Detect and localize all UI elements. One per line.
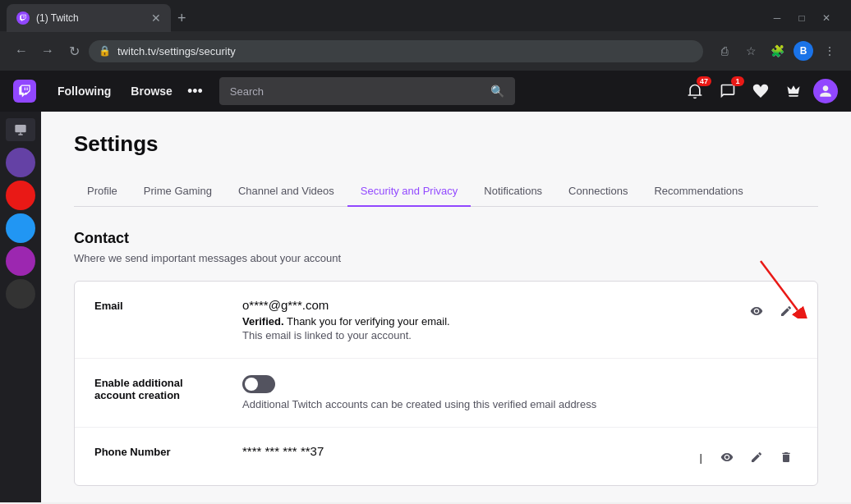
profile-button[interactable]: B: [792, 39, 815, 62]
crown-button[interactable]: [780, 78, 807, 104]
tab-profile[interactable]: Profile: [74, 176, 131, 207]
bookmark-button[interactable]: ☆: [739, 39, 762, 62]
phone-show-button[interactable]: [715, 446, 738, 469]
tab-notifications[interactable]: Notifications: [471, 176, 555, 207]
email-edit-button[interactable]: [775, 300, 798, 323]
refresh-button[interactable]: ↻: [62, 39, 85, 62]
header-right: 47 1: [682, 78, 838, 104]
phone-actions: |: [700, 444, 798, 469]
enable-creation-content: Additional Twitch accounts can be create…: [242, 375, 798, 410]
window-close-button[interactable]: ✕: [815, 7, 838, 30]
address-bar[interactable]: 🔒 twitch.tv/settings/security: [89, 40, 703, 62]
notifications-badge: 47: [697, 76, 711, 86]
phone-value: **** *** *** **37: [242, 444, 700, 458]
profile-avatar: B: [794, 41, 813, 61]
twitch-logo-icon: [13, 80, 36, 103]
email-verified-text: Verified. Thank you for verifying your e…: [242, 315, 745, 328]
sidebar-avatar-5[interactable]: [6, 279, 35, 309]
email-linked-text: This email is linked to your account.: [242, 329, 745, 341]
twitch-header: Following Browse ••• 🔍 47 1: [0, 71, 851, 112]
twitch-body: Settings Profile Prime Gaming Channel an…: [0, 112, 851, 502]
main-content: Settings Profile Prime Gaming Channel an…: [41, 112, 851, 502]
email-row: Email o****@g***.com Verified. Thank you…: [75, 282, 817, 359]
more-button[interactable]: •••: [184, 80, 206, 103]
twitch-logo[interactable]: [13, 80, 36, 103]
tab-close-button[interactable]: ✕: [151, 11, 161, 25]
sidebar-avatar-2[interactable]: [6, 181, 35, 210]
browser-chrome: (1) Twitch ✕ + ─ □ ✕ ← → ↻ 🔒 twitch.tv/s…: [0, 0, 851, 71]
header-nav: Following Browse •••: [49, 80, 206, 103]
page-title: Settings: [74, 131, 818, 157]
phone-edit-button[interactable]: [745, 446, 768, 469]
share-button[interactable]: ⎙: [713, 39, 736, 62]
search-bar[interactable]: 🔍: [219, 77, 515, 105]
twitch-app: Following Browse ••• 🔍 47 1: [0, 71, 851, 502]
sidebar: [0, 112, 41, 502]
enable-creation-label: Enable additional account creation: [94, 375, 242, 401]
new-tab-button[interactable]: +: [177, 10, 186, 27]
notifications-button[interactable]: 47: [682, 78, 708, 104]
tab-channel-videos[interactable]: Channel and Videos: [225, 176, 347, 207]
email-label: Email: [94, 298, 242, 312]
back-button[interactable]: ←: [10, 39, 33, 62]
forward-button[interactable]: →: [36, 39, 59, 62]
email-value: o****@g***.com: [242, 298, 745, 312]
contact-card: Email o****@g***.com Verified. Thank you…: [74, 281, 818, 486]
tab-security-privacy[interactable]: Security and Privacy: [347, 176, 472, 207]
search-input[interactable]: [230, 85, 490, 98]
tab-connections[interactable]: Connections: [555, 176, 641, 207]
inbox-badge: 1: [731, 76, 744, 86]
phone-delete-button[interactable]: [775, 446, 798, 469]
following-link[interactable]: Following: [49, 80, 119, 103]
contact-section-desc: Where we send important messages about y…: [74, 252, 818, 264]
browser-toolbar: ← → ↻ 🔒 twitch.tv/settings/security ⎙ ☆ …: [0, 31, 851, 71]
browser-tab[interactable]: (1) Twitch ✕: [7, 4, 171, 32]
phone-row: Phone Number **** *** *** **37 |: [75, 428, 817, 485]
sidebar-avatar-4[interactable]: [6, 246, 35, 276]
svg-rect-0: [15, 125, 25, 132]
search-button[interactable]: 🔍: [490, 85, 504, 98]
browse-link[interactable]: Browse: [122, 80, 181, 103]
address-text: twitch.tv/settings/security: [117, 45, 693, 57]
window-minimize-button[interactable]: ─: [766, 7, 789, 30]
enable-creation-toggle[interactable]: [242, 375, 275, 393]
email-actions: [745, 298, 798, 323]
tab-favicon: [16, 11, 30, 25]
cursor-position: |: [700, 451, 702, 464]
sidebar-live-icon[interactable]: [6, 118, 35, 141]
phone-content: **** *** *** **37: [242, 444, 700, 461]
phone-label: Phone Number: [94, 444, 242, 458]
user-avatar[interactable]: [813, 79, 838, 103]
tab-recommendations[interactable]: Recommendations: [641, 176, 756, 207]
contact-section-title: Contact: [74, 230, 818, 247]
menu-button[interactable]: ⋮: [818, 39, 841, 62]
tab-title: (1) Twitch: [36, 12, 145, 24]
email-show-button[interactable]: [745, 300, 768, 323]
tab-prime-gaming[interactable]: Prime Gaming: [131, 176, 225, 207]
extensions-button[interactable]: 🧩: [766, 39, 789, 62]
email-content: o****@g***.com Verified. Thank you for v…: [242, 298, 745, 341]
enable-creation-row: Enable additional account creation Addit…: [75, 359, 817, 428]
email-verified-desc: Thank you for verifying your email.: [287, 315, 450, 328]
settings-tabs: Profile Prime Gaming Channel and Videos …: [74, 176, 818, 207]
lock-icon: 🔒: [99, 45, 111, 57]
inbox-button[interactable]: 1: [715, 78, 741, 104]
browser-actions: ⎙ ☆ 🧩 B ⋮: [713, 39, 841, 62]
sidebar-avatar-1[interactable]: [6, 148, 35, 177]
window-maximize-button[interactable]: □: [790, 7, 813, 30]
sidebar-avatar-3[interactable]: [6, 213, 35, 243]
activity-feed-button[interactable]: [748, 78, 774, 104]
toggle-row: [242, 375, 798, 393]
enable-creation-desc: Additional Twitch accounts can be create…: [242, 398, 798, 410]
